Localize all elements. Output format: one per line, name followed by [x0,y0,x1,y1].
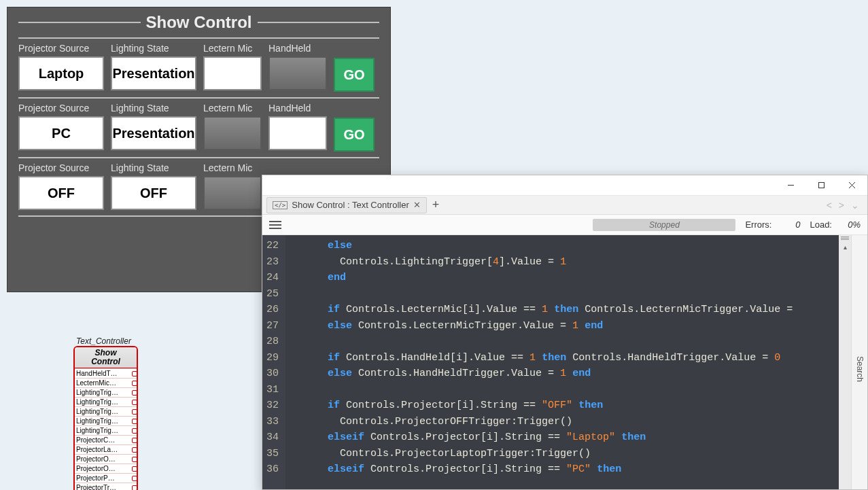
pin-row[interactable]: ProjectorO…ProjOff [75,454,137,463]
pin-port-icon[interactable] [132,400,137,405]
close-tab-icon[interactable]: ✕ [413,200,421,210]
scroll-up-icon[interactable]: ▴ [839,243,851,251]
node-caption: Text_Controller [76,336,138,346]
column-label: HandHeld [268,43,327,54]
column-label: HandHeld [268,103,327,113]
column-label: Lighting State [111,103,196,113]
pin-label: LightingTrig… [76,389,131,396]
pin-label: LightingTrig… [76,417,131,425]
value-cell[interactable] [203,56,262,90]
control-column: Lectern Mic [203,162,262,210]
code-editor[interactable]: 222324252627282930313233343536 else Cont… [262,235,867,489]
line-gutter: 222324252627282930313233343536 [262,235,285,489]
go-button[interactable]: GO [334,58,375,92]
new-tab-button[interactable]: + [430,198,442,212]
pin-row[interactable]: ProjectorTr… [75,483,137,490]
pin-row[interactable]: ProjectorLa…ProjLaptop [75,444,137,454]
node-body[interactable]: Show Control HandHeldT…HandLecternMic…Le… [73,346,138,490]
value-cell[interactable]: Presentation [111,116,196,150]
pin-port-icon[interactable] [132,457,137,462]
pin-row[interactable]: LightingTrig…LX4 [75,425,137,435]
divider [258,22,380,23]
value-cell[interactable] [203,116,262,150]
column-label: Projector Source [18,103,104,113]
pin-row[interactable]: HandHeldT…Hand [75,368,137,378]
control-column: Lighting StateOFF [111,162,196,210]
errors-value: 0 [781,220,800,230]
script-editor-window: </> Show Control : Text Controller ✕ + <… [262,175,868,490]
value-cell[interactable] [268,116,327,150]
value-cell[interactable] [268,56,327,90]
tab-label: Show Control : Text Controller [292,200,409,210]
maximize-button[interactable] [806,175,837,196]
search-panel-tab[interactable]: Search [851,235,867,489]
column-label: Projector Source [18,162,104,173]
pin-port-icon[interactable] [132,381,137,386]
editor-toolbar: Stopped Errors: 0 Load: 0% [262,215,867,235]
pin-port-icon[interactable] [132,409,137,415]
pin-label: ProjectorTr… [76,484,131,490]
control-column: Projector SourceOFF [18,162,104,210]
control-column: HandHeld [268,43,327,90]
run-status: Stopped [593,219,735,231]
load-value: 0% [841,220,861,230]
pin-row[interactable]: LightingTrig… [75,387,137,397]
pin-row[interactable]: ProjectorP…ProjPC [75,473,137,483]
go-button[interactable]: GO [334,118,375,152]
nav-dropdown-icon[interactable]: ⌄ [850,200,861,211]
control-column: Lectern Mic [203,103,262,150]
pin-label: LightingTrig… [76,408,131,415]
minimize-button[interactable] [776,175,806,196]
pin-label: LightingTrig… [76,427,131,434]
panel-title: Show Control [146,13,252,32]
load-label: Load: [810,220,832,230]
pin-row[interactable]: ProjectorC…ProjCam [75,435,137,444]
pin-row[interactable]: LecternMic…LecternMic [75,378,137,387]
pin-row[interactable]: LightingTrig…LX1 [75,397,137,406]
pin-label: ProjectorC… [76,436,131,444]
pin-label: LightingTrig… [76,398,131,406]
vertical-scrollbar[interactable]: ▴ [839,235,851,489]
divider [18,97,379,99]
pin-label: ProjectorP… [76,474,131,482]
svg-rect-1 [819,183,824,188]
value-cell[interactable]: OFF [18,176,104,210]
code-area[interactable]: else Controls.LightingTrigger[4].Value =… [285,235,839,489]
control-row: Projector SourcePCLighting StatePresenta… [18,103,379,152]
pin-row[interactable]: ProjectorO…ProjOn [75,463,137,473]
code-file-icon: </> [273,201,288,209]
pin-port-icon[interactable] [132,447,137,453]
pin-port-icon[interactable] [132,390,137,396]
pin-port-icon[interactable] [132,485,137,490]
pin-row[interactable]: LightingTrig…LX3 [75,416,137,425]
column-label: Lighting State [111,43,196,54]
value-cell[interactable]: Presentation [111,56,196,90]
pin-port-icon[interactable] [132,438,137,443]
value-cell[interactable]: OFF [111,176,196,210]
value-cell[interactable]: PC [18,116,104,150]
pin-port-icon[interactable] [132,476,137,481]
pin-label: ProjectorO… [76,465,131,472]
menu-button[interactable] [269,221,281,229]
close-button[interactable] [837,175,867,196]
nav-next-icon[interactable]: > [837,200,846,211]
pin-port-icon[interactable] [132,428,137,434]
control-column: Projector SourceLaptop [18,43,104,90]
window-title-bar[interactable] [262,175,867,196]
value-cell[interactable] [203,176,262,210]
tab-strip: </> Show Control : Text Controller ✕ + <… [262,196,867,215]
tab-show-control[interactable]: </> Show Control : Text Controller ✕ [266,197,427,213]
split-handle-icon[interactable] [840,237,850,241]
pin-port-icon[interactable] [132,466,137,472]
divider [18,37,379,39]
pin-row[interactable]: LightingTrig…LX2 [75,406,137,416]
node-header[interactable]: Show Control [75,347,137,368]
pin-port-icon[interactable] [132,371,137,377]
pin-label: ProjectorLa… [76,446,131,453]
control-row: Projector SourceLaptopLighting StatePres… [18,43,379,92]
value-cell[interactable]: Laptop [18,56,104,90]
pin-label: HandHeldT… [76,370,131,377]
nav-prev-icon[interactable]: < [825,200,833,211]
pin-port-icon[interactable] [132,419,137,424]
text-controller-node: Text_Controller Show Control HandHeldT…H… [73,336,138,490]
